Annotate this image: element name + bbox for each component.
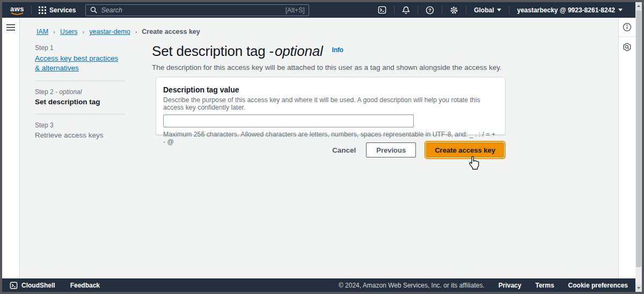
aws-logo-text: aws (10, 5, 24, 12)
scrollbar-down-arrow[interactable] (635, 284, 642, 292)
resource-explorer-button[interactable] (619, 37, 635, 56)
nav-divider (31, 6, 32, 15)
page-header: Set description tag -optional Info The d… (152, 43, 506, 71)
copyright-text: © 2024, Amazon Web Services, Inc. or its… (339, 282, 485, 289)
step-1-label: Step 1 (35, 44, 125, 52)
info-panel-button[interactable] (619, 18, 635, 37)
chevron-down-icon (497, 9, 501, 11)
terminal-icon (10, 282, 18, 289)
services-label: Services (49, 6, 76, 14)
create-access-key-button[interactable]: Create access key (426, 142, 504, 157)
breadcrumb-separator: › (53, 28, 55, 35)
breadcrumb-iam[interactable]: IAM (36, 28, 48, 35)
description-tag-help-text: Describe the purpose of this access key … (163, 96, 497, 111)
info-link[interactable]: Info (332, 46, 343, 54)
settings-button[interactable] (442, 6, 466, 15)
cloudshell-footer-button[interactable]: CloudShell (10, 282, 55, 289)
step-divider (35, 114, 125, 114)
page-title: Set description tag -optional Info (152, 43, 506, 60)
right-tools-panel (618, 18, 635, 278)
step-2-label: Step 2 - optional (35, 88, 125, 96)
wizard-actions: Cancel Previous Create access key (156, 142, 506, 157)
scrollbar-thumb[interactable] (636, 10, 641, 267)
region-selector[interactable]: Global (466, 6, 509, 14)
search-icon (90, 6, 97, 13)
collapsed-side-nav (2, 18, 20, 278)
step-divider (35, 81, 125, 81)
description-tag-card: Description tag value Describe the purpo… (156, 77, 506, 135)
wizard-step-3: Step 3 Retrieve access keys (35, 121, 125, 139)
global-search-input[interactable]: Search [Alt+S] (85, 4, 309, 16)
region-label: Global (474, 6, 494, 14)
search-placeholder: Search (101, 6, 122, 14)
breadcrumb-separator: › (83, 28, 85, 35)
terminal-icon (378, 6, 386, 14)
search-shortcut-hint: [Alt+S] (286, 6, 305, 14)
breadcrumb-separator: › (135, 28, 137, 35)
nav-right-group: ? Global yeastarbecky @ 9923-8261-8242 (370, 6, 630, 15)
help-button[interactable]: ? (418, 6, 442, 15)
privacy-link[interactable]: Privacy (499, 282, 522, 289)
browser-viewport: aws Services Search [Alt+S] (2, 2, 642, 292)
step-2-title: Set description tag (35, 98, 125, 106)
svg-text:?: ? (428, 8, 431, 13)
terms-link[interactable]: Terms (535, 282, 554, 289)
feedback-button[interactable]: Feedback (70, 282, 100, 289)
services-menu-button[interactable]: Services (39, 6, 76, 14)
chevron-down-icon (618, 9, 623, 11)
description-tag-label: Description tag value (163, 85, 497, 94)
cancel-button[interactable]: Cancel (332, 146, 356, 154)
top-navigation-bar: aws Services Search [Alt+S] (2, 2, 642, 18)
breadcrumb: IAM › Users › yeastar-demo › Create acce… (36, 28, 200, 35)
hamburger-menu-icon[interactable] (6, 24, 19, 31)
info-circle-icon (623, 23, 632, 32)
notifications-button[interactable] (394, 6, 418, 15)
cloudshell-nav-button[interactable] (370, 6, 394, 14)
question-circle-icon: ? (426, 6, 434, 15)
previous-button[interactable]: Previous (366, 142, 416, 157)
wizard-step-2: Step 2 - optional Set description tag (35, 88, 125, 106)
aws-smile-icon (11, 12, 24, 15)
account-label: yeastarbecky @ 9923-8261-8242 (517, 6, 615, 14)
step-1-link[interactable]: Access key best practices & alternatives (35, 54, 125, 73)
grid-icon (39, 6, 46, 14)
hexagon-search-icon (623, 42, 632, 52)
console-footer-bar: CloudShell Feedback © 2024, Amazon Web S… (2, 278, 642, 292)
scrollbar-up-arrow[interactable] (635, 2, 642, 10)
cookie-preferences-link[interactable]: Cookie preferences (568, 282, 628, 289)
step-3-title: Retrieve access keys (35, 131, 125, 139)
wizard-steps-nav: Step 1 Access key best practices & alter… (35, 44, 125, 139)
footer-right-group: © 2024, Amazon Web Services, Inc. or its… (339, 282, 628, 289)
breadcrumb-users[interactable]: Users (60, 28, 78, 35)
breadcrumb-user-name[interactable]: yeastar-demo (89, 28, 130, 35)
page-subtitle: The description for this access key will… (152, 63, 506, 71)
bell-icon (402, 6, 410, 15)
wizard-step-1: Step 1 Access key best practices & alter… (35, 44, 125, 73)
description-tag-input[interactable] (163, 114, 414, 127)
breadcrumb-current-page: Create access key (142, 28, 200, 35)
aws-logo[interactable]: aws (10, 5, 24, 15)
step-3-label: Step 3 (35, 121, 125, 129)
vertical-scrollbar[interactable] (635, 2, 642, 292)
account-menu[interactable]: yeastarbecky @ 9923-8261-8242 (509, 6, 630, 14)
cloudshell-label: CloudShell (21, 282, 55, 289)
gear-icon (450, 6, 458, 15)
page-title-optional: optional (275, 43, 323, 59)
